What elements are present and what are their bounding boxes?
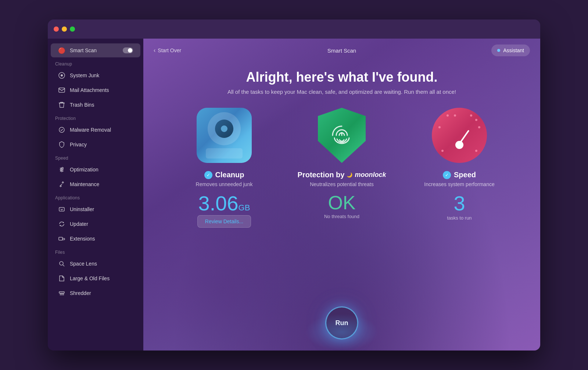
run-section: Run bbox=[143, 303, 540, 351]
sidebar-item-label: Uninstaller bbox=[70, 206, 94, 212]
speed-status: tasks to run bbox=[447, 215, 472, 221]
smart-scan-toggle[interactable] bbox=[123, 47, 133, 53]
protection-subtitle: Neutralizes potential threats bbox=[310, 181, 374, 187]
protection-status: No threats found bbox=[324, 214, 359, 219]
protection-title-row: Protection by 🌙 moonlock bbox=[298, 171, 386, 179]
smart-scan-icon: 🔴 bbox=[58, 47, 65, 54]
protection-title: Protection by 🌙 moonlock bbox=[298, 171, 386, 179]
maximize-button[interactable] bbox=[70, 26, 75, 32]
speed-value: 3 bbox=[453, 193, 465, 214]
speed-title-row: ✓ Speed bbox=[443, 171, 476, 179]
main-header: ‹ Start Over Smart Scan Assistant bbox=[143, 39, 540, 62]
sidebar-item-label: Updater bbox=[70, 221, 88, 227]
svg-point-10 bbox=[61, 170, 62, 172]
app-window: 🔴 Smart Scan Cleanup System Junk bbox=[48, 19, 540, 351]
speed-icon-wrap bbox=[430, 106, 489, 165]
sidebar-item-shredder[interactable]: Shredder bbox=[51, 286, 140, 300]
files-section-label: Files bbox=[48, 246, 143, 256]
back-label: Start Over bbox=[158, 47, 181, 53]
space-lens-icon bbox=[58, 260, 65, 267]
sidebar-item-smart-scan[interactable]: 🔴 Smart Scan bbox=[51, 43, 140, 57]
sidebar-item-trash-bins[interactable]: Trash Bins bbox=[51, 98, 140, 112]
sidebar-item-label: Privacy bbox=[70, 142, 87, 147]
cleanup-card: ✓ Cleanup Removes unneeded junk 3.06GB R… bbox=[173, 106, 276, 228]
moonlock-icon: 🌙 bbox=[347, 172, 352, 178]
cleanup-section-label: Cleanup bbox=[48, 58, 143, 68]
svg-rect-2 bbox=[59, 88, 65, 92]
hero-subtitle: All of the tasks to keep your Mac clean,… bbox=[158, 89, 526, 95]
back-button[interactable]: ‹ Start Over bbox=[154, 47, 181, 54]
speed-gauge-icon bbox=[432, 108, 487, 163]
sidebar-item-mail-attachments[interactable]: Mail Attachments bbox=[51, 83, 140, 97]
sidebar-item-label: Malware Removal bbox=[70, 127, 111, 133]
extensions-icon bbox=[58, 235, 65, 242]
sidebar-item-label: Smart Scan bbox=[70, 47, 97, 53]
sidebar-item-label: Maintenance bbox=[70, 181, 99, 187]
assistant-label: Assistant bbox=[503, 47, 524, 53]
cleanup-icon-wrap bbox=[195, 106, 254, 165]
sidebar-item-optimization[interactable]: Optimization bbox=[51, 163, 140, 177]
updater-icon bbox=[58, 220, 65, 228]
speed-section-label: Speed bbox=[48, 152, 143, 162]
sidebar-item-label: Space Lens bbox=[70, 261, 97, 267]
trash-icon bbox=[58, 101, 65, 108]
review-details-button[interactable]: Review Details... bbox=[197, 215, 251, 228]
sidebar-item-system-junk[interactable]: System Junk bbox=[51, 68, 140, 82]
close-button[interactable] bbox=[54, 26, 59, 32]
svg-point-9 bbox=[62, 167, 63, 169]
large-files-icon bbox=[58, 275, 65, 282]
minimize-button[interactable] bbox=[62, 26, 67, 32]
sidebar-item-label: Optimization bbox=[70, 167, 98, 172]
sidebar-item-space-lens[interactable]: Space Lens bbox=[51, 257, 140, 271]
assistant-button[interactable]: Assistant bbox=[491, 45, 530, 56]
sidebar-item-uninstaller[interactable]: Uninstaller bbox=[51, 202, 140, 216]
uninstaller-icon bbox=[58, 206, 65, 213]
protection-icon-wrap bbox=[312, 106, 371, 165]
svg-point-1 bbox=[61, 74, 63, 77]
svg-line-15 bbox=[63, 265, 64, 266]
chevron-left-icon: ‹ bbox=[154, 47, 155, 54]
sidebar-item-large-old-files[interactable]: Large & Old Files bbox=[51, 271, 140, 285]
cleanup-title-row: ✓ Cleanup bbox=[204, 171, 244, 179]
svg-point-14 bbox=[60, 262, 63, 265]
page-title: Smart Scan bbox=[327, 47, 356, 54]
cleanup-value: 3.06GB bbox=[198, 193, 250, 214]
speed-subtitle: Increases system performance bbox=[424, 181, 494, 187]
sidebar-item-malware-removal[interactable]: Malware Removal bbox=[51, 123, 140, 137]
cleanup-disk-icon bbox=[197, 108, 252, 163]
sidebar-item-label: System Junk bbox=[70, 72, 99, 78]
optimization-icon bbox=[58, 166, 65, 173]
protection-card: Protection by 🌙 moonlock Neutralizes pot… bbox=[290, 106, 393, 225]
speed-title: Speed bbox=[454, 171, 476, 179]
main-content: ‹ Start Over Smart Scan Assistant Alrigh… bbox=[143, 39, 540, 351]
hero-section: Alright, here's what I've found. All of … bbox=[143, 62, 540, 99]
cards-section: ✓ Cleanup Removes unneeded junk 3.06GB R… bbox=[143, 99, 540, 303]
cleanup-check-icon: ✓ bbox=[204, 171, 212, 179]
sidebar: 🔴 Smart Scan Cleanup System Junk bbox=[48, 39, 143, 351]
applications-section-label: Applications bbox=[48, 192, 143, 202]
speed-card: ✓ Speed Increases system performance 3 t… bbox=[408, 106, 511, 227]
system-junk-icon bbox=[58, 72, 65, 79]
sidebar-item-label: Large & Old Files bbox=[70, 275, 110, 281]
maintenance-icon bbox=[58, 181, 65, 188]
sidebar-item-maintenance[interactable]: Maintenance bbox=[51, 177, 140, 191]
protection-section-label: Protection bbox=[48, 112, 143, 122]
sidebar-item-label: Mail Attachments bbox=[70, 87, 109, 93]
sidebar-item-extensions[interactable]: Extensions bbox=[51, 232, 140, 246]
privacy-icon bbox=[58, 141, 65, 148]
sidebar-item-privacy[interactable]: Privacy bbox=[51, 138, 140, 152]
speed-check-icon: ✓ bbox=[443, 171, 451, 179]
gauge-center-dot bbox=[455, 141, 463, 149]
svg-rect-12 bbox=[59, 207, 64, 211]
svg-rect-16 bbox=[59, 292, 64, 293]
svg-line-11 bbox=[61, 184, 62, 185]
sidebar-item-updater[interactable]: Updater bbox=[51, 217, 140, 231]
traffic-lights bbox=[54, 26, 75, 32]
run-button[interactable]: Run bbox=[325, 306, 358, 339]
assistant-dot-icon bbox=[497, 49, 500, 52]
protection-value: OK bbox=[328, 193, 355, 212]
mail-icon bbox=[58, 86, 65, 94]
sidebar-item-label: Trash Bins bbox=[70, 102, 94, 108]
svg-rect-13 bbox=[59, 237, 62, 240]
fingerprint-svg bbox=[329, 122, 355, 148]
